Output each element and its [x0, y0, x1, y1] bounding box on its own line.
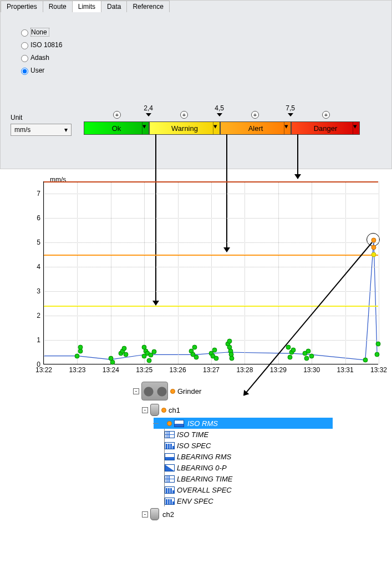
add-threshold-icon[interactable]: + — [113, 111, 121, 119]
tree-item[interactable]: ISO SPEC — [165, 440, 333, 451]
tree-expand-ch2[interactable]: - — [142, 511, 148, 518]
tab-strip: Properties Route Limits Data Reference — [1, 1, 391, 12]
tree-item-label: ISO SPEC — [177, 442, 211, 450]
data-point[interactable] — [194, 354, 198, 359]
data-point[interactable] — [375, 341, 380, 346]
tree-item[interactable]: LBEARING RMS — [165, 451, 333, 462]
tree-item-label: LBEARING TIME — [177, 475, 232, 483]
tree-item[interactable]: LBEARING 0-P — [165, 462, 333, 473]
tab-properties[interactable]: Properties — [1, 1, 43, 12]
limit-line-alert — [44, 255, 378, 256]
tree-item-label: LBEARING RMS — [177, 453, 231, 461]
radio-user[interactable] — [21, 68, 28, 75]
chart-wrap: mm/s 0123456713:2213:2313:2413:2513:2613… — [0, 169, 392, 380]
limit-line-danger — [44, 181, 378, 182]
add-threshold-icon[interactable]: + — [180, 111, 188, 119]
tree-expand-ch1[interactable]: - — [142, 407, 148, 413]
tree: - Grinder - ch1 ISO RMSISO TIMEISO SPECL… — [133, 380, 333, 522]
threshold-ok-menu[interactable]: ▾ — [142, 122, 149, 134]
tree-item[interactable]: ENV SPEC — [165, 495, 333, 506]
measurement-icon — [165, 475, 175, 483]
tree-ch2-label[interactable]: ch2 — [162, 510, 174, 519]
add-threshold-icon[interactable]: + — [322, 111, 330, 119]
data-point[interactable] — [214, 356, 219, 361]
data-point[interactable] — [78, 345, 83, 350]
threshold-v3: 7,5 — [286, 104, 295, 116]
measurement-icon — [174, 420, 184, 427]
threshold-danger[interactable]: + Danger ▾ — [291, 121, 360, 135]
threshold-v2: 4,5 — [215, 104, 224, 116]
data-point[interactable] — [75, 353, 80, 358]
sensor-icon — [150, 508, 159, 520]
tab-reference[interactable]: Reference — [126, 1, 169, 12]
data-point[interactable] — [371, 237, 376, 242]
threshold-warning-menu[interactable]: ▾ — [213, 122, 220, 134]
threshold-ok[interactable]: + Ok ▾ 2,4 — [84, 121, 149, 135]
measurement-icon — [165, 453, 175, 460]
tab-limits[interactable]: Limits — [72, 1, 101, 12]
tab-route[interactable]: Route — [43, 1, 73, 12]
unit-label: Unit — [11, 114, 72, 121]
chart-plot[interactable]: 0123456713:2213:2313:2413:2513:2613:2713… — [43, 181, 378, 364]
tree-item-label: ISO RMS — [186, 419, 251, 428]
tab-data[interactable]: Data — [101, 1, 127, 12]
sensor-icon — [150, 404, 159, 416]
data-point[interactable] — [152, 349, 157, 354]
measurement-icon — [165, 464, 175, 471]
data-point[interactable] — [287, 354, 292, 359]
threshold-warning[interactable]: + Warning ▾ 4,5 — [149, 121, 220, 135]
data-point[interactable] — [227, 339, 232, 344]
data-point[interactable] — [212, 347, 217, 352]
threshold-v1: 2,4 — [144, 104, 153, 116]
radio-iso-label: ISO 10816 — [30, 41, 62, 49]
data-point[interactable] — [110, 359, 115, 364]
data-point[interactable] — [306, 348, 311, 353]
data-point[interactable] — [371, 245, 376, 250]
tree-expand-grinder[interactable]: - — [133, 388, 139, 394]
threshold-alert[interactable]: + Alert ▾ 7,5 — [220, 121, 291, 135]
data-point[interactable] — [286, 345, 291, 350]
tree-item[interactable]: LBEARING TIME — [165, 473, 333, 484]
unit-dropdown[interactable]: mm/s▾ — [11, 124, 72, 136]
grinder-icon — [141, 382, 168, 400]
threshold-alert-menu[interactable]: ▾ — [284, 122, 291, 134]
tree-item-label: ENV SPEC — [177, 497, 213, 505]
data-point[interactable] — [121, 346, 126, 351]
radio-none[interactable] — [21, 29, 28, 37]
data-point[interactable] — [123, 352, 128, 357]
data-point[interactable] — [363, 358, 368, 363]
data-point[interactable] — [147, 358, 152, 363]
radio-user-label: User — [30, 67, 44, 74]
radio-adash[interactable] — [21, 55, 28, 62]
threshold-danger-menu[interactable]: ▾ — [353, 122, 359, 134]
data-point[interactable] — [374, 352, 379, 357]
measurement-icon — [165, 486, 175, 494]
tree-item[interactable]: ISO RMS — [154, 418, 333, 429]
limit-source-radios: None ISO 10816 Adash User — [18, 28, 391, 75]
add-threshold-icon[interactable]: + — [251, 111, 259, 119]
data-point[interactable] — [309, 353, 314, 358]
chevron-down-icon: ▾ — [64, 126, 68, 134]
status-dot — [170, 389, 175, 394]
data-point[interactable] — [304, 356, 309, 361]
data-point[interactable] — [142, 353, 147, 358]
tree-item[interactable]: OVERALL SPEC — [165, 484, 333, 495]
tree-grinder-label[interactable]: Grinder — [177, 387, 201, 395]
radio-adash-label: Adash — [30, 54, 49, 62]
tree-item[interactable]: ISO TIME — [165, 429, 333, 440]
tree-item-label: OVERALL SPEC — [177, 486, 232, 494]
data-point[interactable] — [192, 345, 197, 350]
measurement-icon — [165, 498, 175, 505]
radio-iso[interactable] — [21, 42, 28, 49]
limit-line-warning — [44, 306, 378, 307]
tree-ch1-label[interactable]: ch1 — [169, 406, 180, 414]
radio-none-label: None — [30, 28, 49, 37]
tree-item-label: ISO TIME — [177, 430, 208, 439]
tree-item-label: LBEARING 0-P — [177, 464, 227, 472]
data-point[interactable] — [230, 356, 235, 361]
measurement-icon — [165, 431, 175, 438]
data-point[interactable] — [371, 252, 376, 257]
unit-block: Unit mm/s▾ — [11, 114, 72, 136]
limits-panel: Properties Route Limits Data Reference N… — [0, 0, 392, 169]
data-point[interactable] — [291, 347, 296, 352]
